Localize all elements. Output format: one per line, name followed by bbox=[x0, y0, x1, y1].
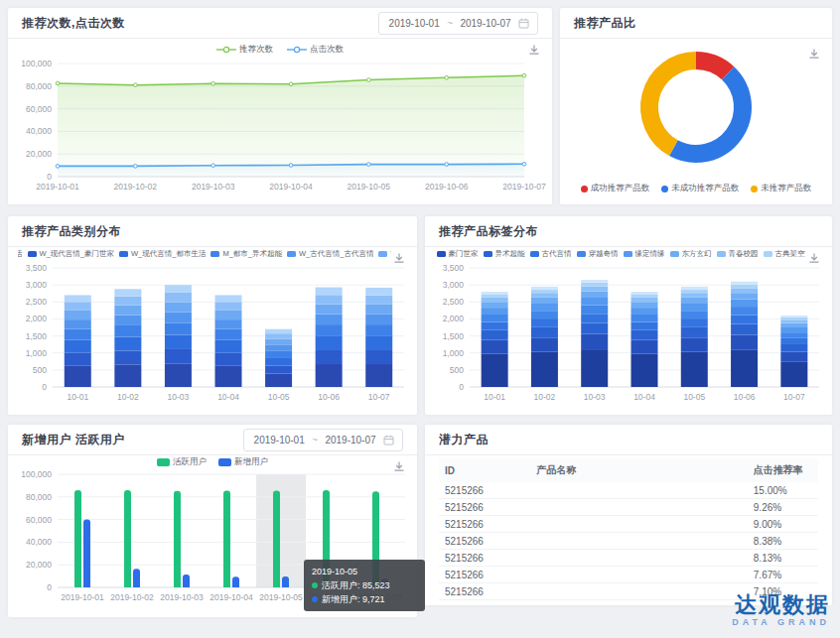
legend-item[interactable]: 穿越奇情 bbox=[577, 249, 619, 259]
svg-text:20,000: 20,000 bbox=[26, 149, 52, 159]
card-header: 新增用户 活跃用户 2019-10-01 ~ 2019-10-07 bbox=[8, 425, 417, 455]
svg-text:10-01: 10-01 bbox=[484, 392, 505, 402]
cell-click-rate: 8.13% bbox=[754, 553, 812, 564]
svg-text:10-07: 10-07 bbox=[368, 392, 390, 402]
svg-text:10-02: 10-02 bbox=[117, 392, 139, 402]
legend-item[interactable]: 点击次数 bbox=[287, 44, 344, 56]
legend-item[interactable]: 缘定情缘 bbox=[624, 249, 665, 259]
legend-item[interactable]: 新增用户 bbox=[218, 456, 268, 468]
legend-swatch bbox=[670, 251, 679, 257]
svg-text:10-03: 10-03 bbox=[584, 392, 606, 402]
svg-text:3,500: 3,500 bbox=[443, 263, 465, 273]
svg-text:2019-10-03: 2019-10-03 bbox=[192, 182, 235, 191]
legend-swatch bbox=[581, 186, 588, 192]
legend-swatch bbox=[28, 251, 37, 257]
svg-text:2019-10-07: 2019-10-07 bbox=[502, 182, 546, 191]
svg-text:10-02: 10-02 bbox=[534, 392, 556, 402]
svg-text:100,000: 100,000 bbox=[21, 59, 52, 68]
svg-text:10-01: 10-01 bbox=[67, 392, 88, 402]
table-row: 52152667.67% bbox=[439, 567, 818, 583]
cell-id: 5215266 bbox=[445, 570, 537, 580]
svg-text:2019-10-04: 2019-10-04 bbox=[269, 182, 313, 191]
date-to[interactable]: 2019-10-07 bbox=[459, 18, 512, 29]
legend-item[interactable]: 未推荐产品数 bbox=[751, 183, 811, 194]
card-potential-products: 潜力产品 ID产品名称点击推荐率521526615.00%52152669.26… bbox=[425, 425, 832, 605]
date-to[interactable]: 2019-10-07 bbox=[324, 435, 377, 446]
card-recommend-clicks: 推荐次数,点击次数 2019-10-01 ~ 2019-10-07 推荐次数点击… bbox=[8, 8, 552, 204]
svg-text:40,000: 40,000 bbox=[26, 537, 52, 547]
legend-item[interactable]: 推荐次数 bbox=[216, 44, 273, 56]
legend-item[interactable]: 古典架空 bbox=[764, 249, 805, 259]
legend-swatch bbox=[484, 251, 492, 257]
tooltip-series-dot bbox=[312, 596, 318, 602]
svg-text:0: 0 bbox=[47, 172, 52, 182]
legend-item[interactable]: 青春校园 bbox=[717, 249, 759, 259]
legend-item[interactable]: W_古代言情_古代言情 bbox=[287, 249, 373, 259]
cell-id: 5215266 bbox=[445, 536, 537, 547]
table-row: 52152669.00% bbox=[439, 516, 818, 533]
legend-item[interactable]: 东方玄幻 bbox=[670, 249, 712, 259]
legend-item[interactable]: 异术超能 bbox=[484, 249, 525, 259]
donut-chart[interactable] bbox=[560, 38, 832, 173]
dashboard-page: 推荐次数,点击次数 2019-10-01 ~ 2019-10-07 推荐次数点击… bbox=[0, 0, 840, 638]
legend-swatch bbox=[287, 251, 296, 257]
date-from[interactable]: 2019-10-01 bbox=[387, 18, 441, 29]
cell-id: 5215266 bbox=[445, 586, 537, 597]
legend-item[interactable]: M_都市_都市生活 bbox=[18, 249, 23, 259]
potential-products-table: ID产品名称点击推荐率521526615.00%52152669.26%5215… bbox=[439, 458, 818, 600]
table-header-cell: ID bbox=[445, 465, 537, 476]
legend-swatch bbox=[437, 251, 446, 257]
chart-tooltip: 2019-10-05活跃用户: 85,523新增用户: 9,721 bbox=[304, 560, 425, 611]
legend-item[interactable]: 活跃用户 bbox=[157, 456, 207, 468]
svg-text:2,500: 2,500 bbox=[26, 297, 48, 307]
legend-item[interactable]: M_都市_异术超能 bbox=[210, 249, 282, 259]
line-chart[interactable]: 020,00040,00060,00080,000100,0002019-10-… bbox=[12, 56, 548, 200]
legend-item[interactable]: 成功推荐产品数 bbox=[581, 183, 650, 194]
svg-text:2,000: 2,000 bbox=[26, 314, 48, 323]
svg-text:1,500: 1,500 bbox=[443, 331, 465, 341]
legend-label: 缘定情缘 bbox=[635, 249, 665, 259]
legend-item[interactable]: 未成功推荐产品数 bbox=[661, 183, 739, 194]
card-header: 潜力产品 bbox=[425, 425, 832, 455]
legend-label: 点击次数 bbox=[310, 44, 344, 56]
svg-text:0: 0 bbox=[47, 582, 52, 592]
svg-text:2019-10-04: 2019-10-04 bbox=[210, 592, 253, 602]
legend-label: 古典架空 bbox=[775, 249, 805, 259]
table-row: 52152668.13% bbox=[439, 550, 818, 567]
stacked-bar-chart-tag[interactable]: 05001,0001,5002,0002,5003,0003,50010-011… bbox=[428, 262, 827, 411]
calendar-icon bbox=[518, 18, 529, 29]
legend-item[interactable]: 古代言情 bbox=[530, 249, 572, 259]
svg-text:3,000: 3,000 bbox=[443, 280, 465, 290]
card-title: 推荐产品类别分布 bbox=[22, 223, 121, 240]
legend-label: W_现代言情_豪门世家 bbox=[40, 249, 114, 259]
svg-text:80,000: 80,000 bbox=[26, 81, 52, 91]
stacked-chart-legend: M_都市_都市生活W_现代言情_豪门世家W_现代言情_都市生活M_都市_异术超能… bbox=[18, 249, 391, 259]
svg-text:3,500: 3,500 bbox=[26, 263, 48, 273]
users-chart-legend: 活跃用户新增用户 bbox=[18, 456, 407, 468]
legend-label: W_现代言情_都市生活 bbox=[131, 249, 206, 259]
legend-label: 豪门世家 bbox=[449, 249, 479, 259]
legend-item[interactable]: 豪门世家 bbox=[437, 249, 479, 259]
table-header-cell: 产品名称 bbox=[537, 463, 754, 477]
download-icon[interactable] bbox=[528, 44, 540, 56]
cell-click-rate: 15.00% bbox=[754, 485, 812, 496]
date-range-picker[interactable]: 2019-10-01 ~ 2019-10-07 bbox=[243, 429, 403, 451]
svg-text:100,000: 100,000 bbox=[21, 469, 52, 479]
stacked-bar-chart-category[interactable]: 05001,0001,5002,0002,5003,0003,50010-011… bbox=[11, 262, 412, 411]
legend-swatch bbox=[764, 251, 772, 257]
date-from[interactable]: 2019-10-01 bbox=[252, 435, 306, 446]
legend-label: W_古代言情_古代言情 bbox=[299, 249, 373, 259]
svg-text:3,000: 3,000 bbox=[26, 280, 48, 290]
legend-item[interactable]: W_现代言情_都市生活 bbox=[119, 249, 206, 259]
svg-text:10-06: 10-06 bbox=[318, 392, 340, 402]
legend-swatch bbox=[119, 251, 128, 257]
cell-id: 5215266 bbox=[445, 502, 537, 513]
legend-item[interactable]: W_现代言情_豪门世家 bbox=[28, 249, 114, 259]
legend-swatch bbox=[751, 186, 758, 192]
legend-label: 异术超能 bbox=[495, 249, 525, 259]
svg-text:2019-10-01: 2019-10-01 bbox=[36, 182, 79, 191]
legend-item[interactable]: W_古代言 bbox=[378, 249, 391, 259]
legend-swatch bbox=[661, 186, 668, 192]
date-range-picker[interactable]: 2019-10-01 ~ 2019-10-07 bbox=[378, 12, 538, 35]
card-header: 推荐产品标签分布 bbox=[425, 216, 832, 247]
